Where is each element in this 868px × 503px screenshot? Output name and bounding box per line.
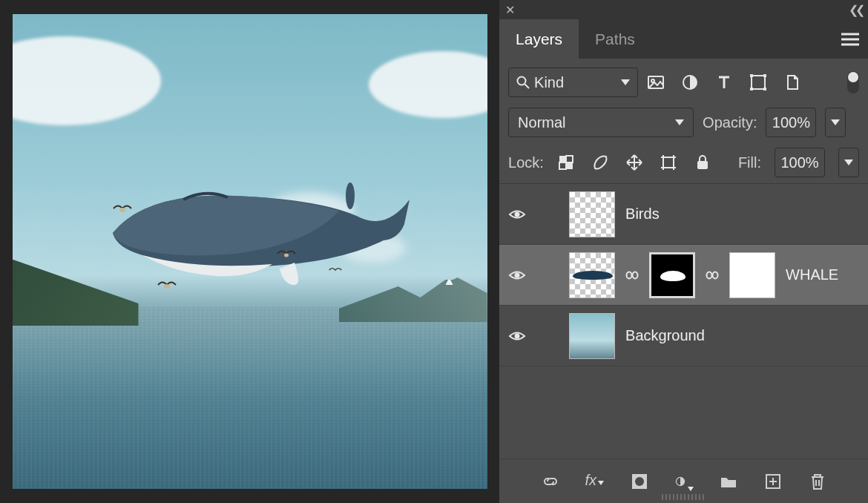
bird [157, 280, 177, 290]
svg-point-24 [515, 272, 520, 277]
svg-point-31 [635, 477, 644, 486]
svg-rect-14 [763, 74, 766, 77]
layer-mask-thumbnail[interactable] [649, 252, 695, 298]
panel-menu-icon[interactable] [841, 19, 859, 59]
lock-pixels-icon[interactable] [591, 154, 609, 171]
visibility-icon[interactable] [508, 266, 526, 284]
link-layers-icon[interactable] [541, 472, 560, 491]
fill-input[interactable]: 100% [775, 148, 825, 177]
layers-panel: ✕ ❮❮ Layers Paths Kind Normal [499, 0, 868, 503]
bird [113, 203, 132, 214]
chevron-down-icon [831, 119, 840, 125]
blend-mode-select[interactable]: Normal [508, 108, 694, 137]
opacity-value: 100% [772, 114, 810, 131]
svg-point-28 [713, 272, 718, 278]
svg-point-0 [346, 183, 355, 209]
layer-name[interactable]: Birds [625, 206, 660, 223]
layer-row-birds[interactable]: Birds [499, 184, 868, 245]
layer-thumbnail[interactable] [569, 191, 615, 237]
canvas-area [0, 0, 499, 503]
fill-dropdown-button[interactable] [838, 148, 859, 177]
tab-layers[interactable]: Layers [499, 19, 579, 59]
chevron-down-icon [621, 79, 630, 85]
filter-row: Kind [499, 59, 868, 97]
svg-point-27 [707, 272, 712, 278]
layer-style-icon[interactable]: fx [585, 472, 605, 491]
adjustment-layer-icon[interactable] [674, 472, 694, 491]
svg-rect-13 [750, 74, 753, 77]
lock-position-icon[interactable] [625, 154, 643, 171]
lock-artboard-icon[interactable] [660, 154, 677, 171]
svg-point-23 [515, 211, 520, 217]
sea [13, 307, 487, 489]
layer-row-whale[interactable]: WHALE [499, 245, 868, 306]
smart-filter-thumbnail[interactable] [729, 252, 775, 298]
link-icon[interactable] [706, 269, 719, 282]
filter-toggle[interactable] [847, 71, 859, 93]
lock-transparency-icon[interactable] [557, 154, 575, 171]
group-icon[interactable] [719, 472, 738, 491]
filter-kind-label: Kind [534, 74, 564, 91]
svg-point-29 [515, 333, 520, 338]
bird [277, 249, 296, 259]
resize-grip[interactable] [662, 494, 706, 500]
close-icon[interactable]: ✕ [505, 3, 515, 17]
layer-row-background[interactable]: Background [499, 306, 868, 366]
layer-name[interactable]: WHALE [786, 266, 838, 283]
filter-image-icon[interactable] [647, 73, 665, 91]
chevron-down-icon [675, 119, 684, 125]
svg-rect-12 [752, 76, 765, 89]
svg-rect-17 [559, 156, 566, 162]
whale-image [102, 174, 413, 292]
filter-kind-select[interactable]: Kind [508, 68, 638, 97]
cloud [13, 36, 161, 125]
blend-mode-value: Normal [518, 114, 565, 131]
svg-point-26 [633, 272, 638, 278]
layers-list: Birds WHALE Background [499, 183, 868, 458]
delete-icon[interactable] [808, 472, 827, 491]
fill-value: 100% [780, 154, 818, 171]
svg-rect-16 [763, 88, 766, 91]
search-icon [516, 76, 530, 89]
filter-type-icon[interactable] [715, 73, 733, 91]
filter-smart-icon[interactable] [783, 73, 801, 91]
chevron-down-icon [844, 160, 853, 165]
svg-point-25 [627, 272, 632, 278]
panel-tabs: Layers Paths [499, 19, 868, 59]
layer-thumbnail[interactable] [569, 313, 615, 359]
svg-point-1 [119, 208, 125, 212]
visibility-icon[interactable] [508, 206, 526, 223]
visibility-icon[interactable] [508, 327, 526, 345]
link-icon[interactable] [625, 269, 639, 282]
svg-line-8 [525, 84, 529, 88]
opacity-input[interactable]: 100% [766, 108, 816, 137]
blend-row: Normal Opacity: 100% [499, 97, 868, 137]
svg-point-7 [518, 77, 526, 85]
tab-paths[interactable]: Paths [579, 19, 651, 59]
add-mask-icon[interactable] [630, 472, 649, 491]
layer-name[interactable]: Background [625, 327, 705, 344]
fill-label[interactable]: Fill: [738, 154, 761, 171]
filter-shape-icon[interactable] [749, 73, 767, 91]
svg-rect-19 [566, 156, 573, 162]
svg-rect-18 [566, 162, 573, 169]
svg-rect-21 [663, 157, 674, 168]
document-canvas[interactable] [13, 14, 487, 489]
opacity-dropdown-button[interactable] [825, 108, 846, 137]
lock-label: Lock: [508, 154, 544, 171]
opacity-label[interactable]: Opacity: [703, 114, 757, 131]
bird [329, 263, 342, 271]
svg-rect-20 [559, 162, 566, 169]
svg-rect-15 [750, 88, 753, 91]
svg-point-3 [284, 254, 289, 257]
svg-point-2 [164, 284, 170, 289]
lock-all-icon[interactable] [694, 154, 711, 171]
panel-top-bar: ✕ ❮❮ [499, 0, 868, 19]
svg-rect-22 [697, 161, 708, 169]
filter-adjustment-icon[interactable] [681, 73, 699, 91]
new-layer-icon[interactable] [763, 472, 783, 491]
cloud [369, 51, 487, 118]
collapse-icon[interactable]: ❮❮ [849, 3, 862, 17]
layer-thumbnail[interactable] [569, 252, 615, 298]
lock-row: Lock: Fill: 100% [499, 137, 868, 183]
